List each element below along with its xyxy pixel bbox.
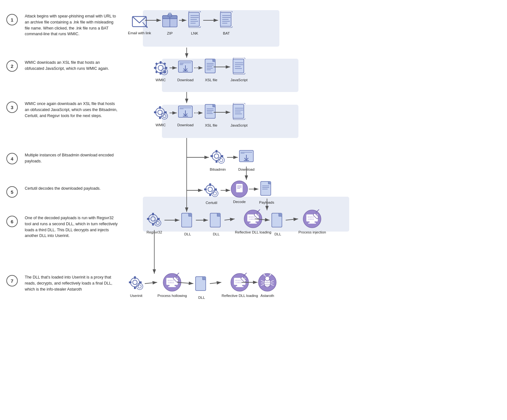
svg-line-204 — [145, 282, 157, 284]
svg-point-135 — [130, 278, 139, 287]
node-process-injection: 001011 110010 Process injection — [298, 209, 326, 235]
xsl1-label: XSL file — [205, 78, 217, 82]
svg-marker-39 — [213, 59, 215, 62]
svg-marker-116 — [217, 213, 220, 216]
svg-marker-114 — [189, 213, 192, 216]
node-bitsadmin: Bitsadmin — [210, 149, 226, 172]
node-js2: JavaScript — [230, 103, 248, 128]
svg-line-206 — [210, 282, 221, 284]
wmic2-label: WMIC — [156, 123, 166, 128]
xsl1-icon — [203, 58, 219, 76]
userinit-icon — [128, 275, 144, 292]
svg-rect-145 — [170, 285, 175, 286]
payloads-icon — [259, 180, 275, 199]
regsvr32-icon — [146, 212, 163, 228]
svg-point-87 — [206, 185, 215, 194]
svg-point-111 — [155, 220, 161, 226]
node-payloads: Payloads — [259, 180, 275, 205]
svg-rect-156 — [236, 286, 243, 287]
svg-marker-152 — [203, 277, 206, 280]
dll4-icon — [194, 275, 210, 294]
step-circle-2: 2 — [6, 60, 18, 72]
svg-point-94 — [213, 192, 217, 195]
svg-rect-91 — [204, 188, 207, 190]
lnk-icon — [187, 11, 203, 30]
svg-rect-129 — [310, 221, 315, 223]
svg-point-112 — [156, 221, 159, 225]
dll1-label: DLL — [184, 232, 191, 237]
svg-rect-7 — [169, 13, 171, 15]
step-text-1: Attack begins with spear-phishing email … — [25, 13, 119, 37]
reflective1-icon: 001011 110010 — [243, 209, 263, 228]
svg-rect-77 — [216, 160, 217, 163]
dll4-label: DLL — [198, 295, 205, 300]
node-process-hollowing: 001011 110010 Process hollowing — [157, 273, 187, 298]
step-text-2: WMIC downloads an XSL file that hosts an… — [25, 60, 119, 72]
svg-rect-69 — [233, 104, 244, 118]
email-label: Email with link — [128, 31, 151, 36]
node-userinit: Userinit — [128, 275, 144, 298]
svg-point-165 — [264, 274, 265, 275]
download3-label: Download — [238, 167, 254, 172]
svg-text:110010: 110010 — [249, 218, 255, 220]
zip-icon — [161, 11, 178, 30]
step-text-7: The DLL that's loaded into Userinit is a… — [25, 274, 119, 292]
svg-rect-52 — [159, 106, 161, 109]
bitsadmin-label: Bitsadmin — [210, 167, 226, 172]
svg-text:110010: 110010 — [308, 218, 314, 220]
svg-rect-109 — [147, 218, 150, 220]
decode-icon — [230, 180, 248, 198]
svg-marker-64 — [213, 104, 215, 107]
wmic2-icon — [152, 105, 169, 121]
svg-rect-76 — [216, 150, 217, 153]
node-astaroth: Astaroth — [258, 273, 277, 298]
node-js1: JavaScript — [230, 58, 248, 82]
svg-point-51 — [158, 110, 162, 115]
js2-label: JavaScript — [230, 123, 248, 128]
svg-rect-108 — [152, 223, 154, 226]
process-hollowing-label: Process hollowing — [157, 293, 187, 298]
download3-icon — [238, 149, 255, 166]
svg-rect-28 — [155, 71, 158, 73]
xsl2-icon — [203, 103, 219, 121]
svg-rect-78 — [210, 155, 213, 157]
js2-icon — [231, 103, 247, 121]
svg-point-163 — [265, 276, 270, 281]
download1-label: Download — [177, 78, 193, 82]
step-circle-4: 4 — [6, 153, 18, 164]
svg-rect-90 — [209, 194, 211, 196]
download1-icon — [177, 60, 194, 76]
js1-label: JavaScript — [230, 78, 248, 82]
dll3-label: DLL — [274, 232, 281, 237]
svg-marker-101 — [268, 181, 271, 184]
svg-rect-92 — [214, 188, 217, 190]
svg-rect-22 — [160, 61, 162, 64]
svg-text:001011: 001011 — [308, 216, 314, 218]
node-zip: ZIP — [161, 11, 178, 36]
svg-rect-130 — [308, 223, 316, 224]
node-download3: Download — [238, 149, 255, 172]
svg-text:001011: 001011 — [235, 279, 242, 281]
xsl2-label: XSL file — [205, 123, 217, 128]
svg-rect-119 — [250, 221, 256, 223]
node-bat: BAT — [218, 11, 234, 36]
svg-rect-155 — [237, 285, 242, 286]
svg-point-106 — [151, 217, 155, 221]
svg-point-88 — [208, 187, 212, 192]
step-6: 6 One of the decoded payloads is run wit… — [6, 215, 119, 239]
svg-rect-26 — [155, 62, 158, 65]
step-circle-3: 3 — [6, 102, 18, 113]
dll3-icon — [270, 212, 286, 230]
step-text-6: One of the decoded payloads is run with … — [25, 215, 119, 239]
decode-label: Decode — [233, 200, 246, 204]
svg-text:110010: 110010 — [235, 282, 242, 284]
node-download1: Download — [177, 60, 194, 82]
step-text-4: Multiple instances of Bitsadmin download… — [25, 152, 119, 164]
svg-rect-110 — [157, 218, 160, 220]
svg-rect-45 — [233, 59, 244, 73]
svg-rect-146 — [168, 286, 176, 287]
node-wmic1: WMIC — [152, 60, 169, 82]
svg-point-167 — [270, 274, 271, 275]
svg-point-21 — [158, 65, 163, 70]
node-reflective2: 001011 110010 Reflective DLL loading — [222, 273, 258, 298]
